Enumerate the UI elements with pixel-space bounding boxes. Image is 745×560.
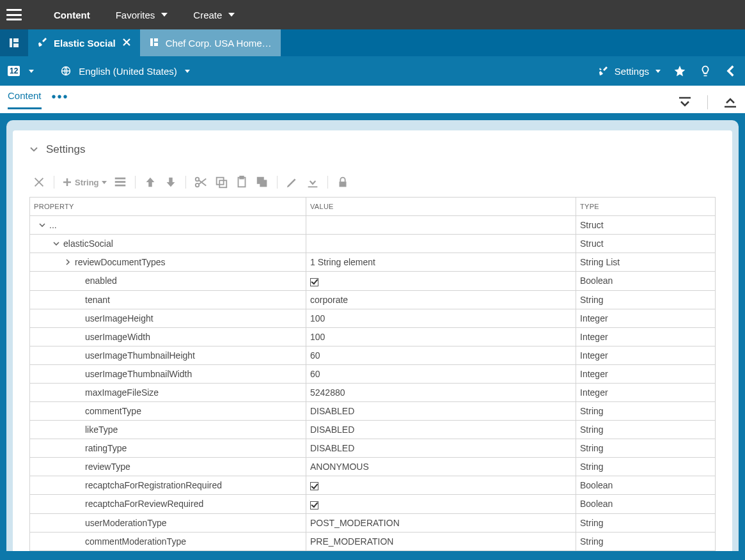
settings-menu[interactable]: Settings — [598, 66, 661, 77]
lock-button[interactable] — [333, 174, 352, 191]
x-icon — [32, 175, 46, 189]
content-head: Content ••• — [0, 86, 745, 114]
tab-well-button[interactable] — [0, 29, 28, 56]
table-row[interactable]: userImageHeight100Integer — [30, 309, 716, 327]
delete-button[interactable] — [29, 174, 49, 191]
table-row[interactable]: enabledBoolean — [30, 272, 716, 291]
property-value[interactable]: corporate — [306, 290, 576, 309]
table-row[interactable]: ratingTypeDISABLEDString — [30, 439, 716, 457]
tools-icon — [598, 66, 608, 76]
chevron-down-icon — [228, 13, 235, 17]
list-settings-button[interactable] — [111, 174, 130, 191]
property-value[interactable]: 100 — [306, 327, 576, 346]
lightbulb-icon[interactable] — [699, 65, 712, 77]
svg-rect-3 — [150, 38, 153, 46]
col-header-type[interactable]: TYPE — [576, 198, 716, 216]
lock-icon — [336, 175, 350, 189]
move-down-button[interactable] — [161, 174, 180, 191]
chevron-right-icon[interactable] — [65, 259, 71, 265]
section-header[interactable]: Settings — [29, 143, 716, 156]
property-value[interactable]: 60 — [306, 346, 576, 364]
property-value[interactable] — [306, 495, 576, 514]
property-name: commentModerationType — [85, 536, 186, 547]
table-row[interactable]: elasticSocialStruct — [30, 235, 716, 253]
duplicate-button[interactable] — [253, 174, 272, 191]
property-value[interactable]: DISABLED — [306, 439, 576, 457]
body-wrap: Settings String — [0, 114, 745, 551]
table-row[interactable]: recaptchaForReviewRequiredBoolean — [30, 495, 716, 514]
top-bar: Content Favorites Create — [0, 0, 745, 29]
col-header-property[interactable]: PROPERTY — [30, 198, 306, 216]
download-button[interactable] — [303, 174, 322, 191]
property-value[interactable] — [306, 476, 576, 495]
property-value[interactable] — [306, 235, 576, 253]
nav-favorites[interactable]: Favorites — [116, 10, 168, 20]
table-row[interactable]: maxImageFileSize5242880Integer — [30, 383, 716, 401]
property-name: enabled — [85, 276, 117, 286]
editor-tab[interactable]: Elastic Social — [28, 29, 140, 56]
more-actions-icon[interactable]: ••• — [52, 89, 69, 109]
property-value[interactable]: DISABLED — [306, 420, 576, 439]
table-row[interactable]: reviewTypeANONYMOUSString — [30, 457, 716, 476]
svg-rect-0 — [10, 38, 12, 47]
content-tab[interactable]: Content — [8, 90, 42, 109]
property-value[interactable] — [306, 272, 576, 291]
property-value[interactable]: 1 String element — [306, 253, 576, 272]
property-type: Struct — [576, 216, 716, 235]
locale-selector[interactable]: English (United States) — [61, 66, 189, 77]
property-type: String List — [576, 253, 716, 272]
property-value[interactable]: PRE_MODERATION — [306, 532, 576, 550]
checkbox-icon[interactable] — [310, 501, 318, 509]
table-row[interactable]: tenantcorporateString — [30, 290, 716, 309]
table-row[interactable]: userImageWidth100Integer — [30, 327, 716, 346]
table-row[interactable]: userImageThumbnailWidth60Integer — [30, 364, 716, 383]
chevron-left-big-icon[interactable] — [725, 65, 737, 77]
property-name: likeType — [85, 424, 118, 435]
separator — [54, 176, 54, 189]
editor-tab[interactable]: Chef Corp. USA Home… — [140, 29, 281, 56]
tab-label: Chef Corp. USA Home… — [166, 38, 272, 49]
property-value[interactable]: 60 — [306, 364, 576, 383]
table-row[interactable]: reviewDocumentTypes1 String elementStrin… — [30, 253, 716, 272]
property-value[interactable]: 5242880 — [306, 383, 576, 401]
add-property-button[interactable]: String — [59, 174, 109, 191]
property-value[interactable]: DISABLED — [306, 401, 576, 420]
property-type: String — [576, 513, 716, 532]
property-value[interactable]: ANONYMOUS — [306, 457, 576, 476]
nav-create[interactable]: Create — [193, 10, 235, 20]
table-row[interactable]: recaptchaForRegistrationRequiredBoolean — [30, 476, 716, 495]
collapse-up-icon[interactable] — [723, 97, 737, 108]
hamburger-menu-icon[interactable] — [6, 9, 22, 20]
table-row[interactable]: likeTypeDISABLEDString — [30, 420, 716, 439]
close-icon[interactable] — [122, 38, 131, 49]
svg-rect-19 — [339, 182, 346, 187]
edit-button[interactable] — [283, 174, 302, 191]
expand-down-icon[interactable] — [678, 97, 692, 108]
col-header-value[interactable]: VALUE — [306, 198, 576, 216]
svg-rect-18 — [308, 186, 317, 187]
section-title: Settings — [46, 143, 85, 156]
table-row[interactable]: commentTypeDISABLEDString — [30, 401, 716, 420]
cut-button[interactable] — [191, 174, 210, 191]
table-row[interactable]: commentModerationTypePRE_MODERATIONStrin… — [30, 532, 716, 550]
table-row[interactable]: userModerationTypePOST_MODERATIONString — [30, 513, 716, 532]
paste-button[interactable] — [232, 174, 251, 191]
star-icon[interactable] — [673, 65, 686, 77]
table-row[interactable]: userImageThumbnailHeight60Integer — [30, 346, 716, 364]
locale-label: English (United States) — [79, 66, 176, 77]
version-badge[interactable]: 12 — [8, 66, 20, 76]
property-name: userImageHeight — [85, 313, 153, 323]
checkbox-icon[interactable] — [310, 482, 318, 490]
chevron-down-icon[interactable] — [53, 240, 59, 247]
nav-create-label: Create — [193, 10, 222, 20]
property-value[interactable] — [306, 216, 576, 235]
copy-button[interactable] — [212, 174, 231, 191]
property-value[interactable]: 100 — [306, 309, 576, 327]
checkbox-icon[interactable] — [310, 278, 318, 286]
table-row[interactable]: ...Struct — [30, 216, 716, 235]
property-value[interactable]: POST_MODERATION — [306, 513, 576, 532]
chevron-down-icon[interactable] — [39, 222, 45, 228]
chevron-down-icon[interactable] — [29, 70, 34, 73]
move-up-button[interactable] — [141, 174, 160, 191]
nav-content[interactable]: Content — [54, 10, 90, 20]
